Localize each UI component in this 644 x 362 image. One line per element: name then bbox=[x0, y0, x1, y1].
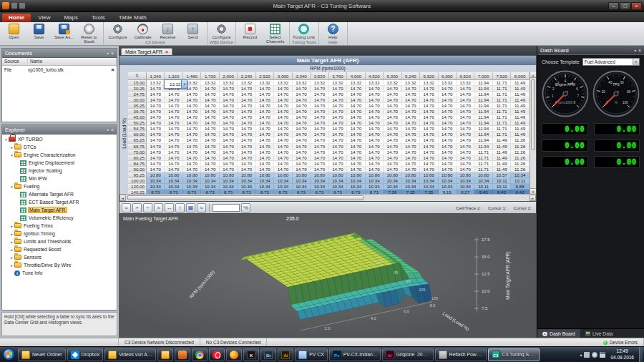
table-cell[interactable]: 14.70 bbox=[311, 132, 328, 137]
table-cell[interactable]: 14.70 bbox=[201, 150, 219, 155]
tree-item-limits-and-thresholds[interactable]: ▸Limits and Thresholds bbox=[2, 238, 117, 245]
dash-tab-live-data[interactable]: Live Data bbox=[580, 329, 618, 338]
table-cell[interactable]: 14.70 bbox=[165, 137, 182, 143]
row-header-95.25[interactable]: 95.25 bbox=[128, 172, 147, 178]
table-cell[interactable]: 14.70 bbox=[293, 109, 311, 114]
record-button[interactable]: Record bbox=[238, 23, 262, 39]
table-cell[interactable]: 14.70 bbox=[457, 132, 474, 137]
tree-item-sensors[interactable]: ▸Sensors bbox=[2, 253, 117, 261]
row-header-15[interactable]: 15.00 bbox=[128, 80, 147, 86]
table-cell[interactable]: 14.70 bbox=[201, 114, 219, 120]
table-cell[interactable]: 14.70 bbox=[147, 167, 165, 172]
action-center-icon[interactable] bbox=[584, 352, 590, 358]
table-cell[interactable]: 10.34 bbox=[457, 184, 474, 190]
table-cell[interactable]: 14.70 bbox=[220, 150, 238, 155]
row-header-60[interactable]: 60.00 bbox=[128, 132, 147, 137]
table-cell[interactable]: 11.94 bbox=[474, 114, 492, 120]
table-cell[interactable]: 14.70 bbox=[293, 167, 311, 172]
expander-icon[interactable]: ▾ bbox=[4, 137, 9, 142]
table-cell[interactable]: 14.70 bbox=[147, 144, 165, 150]
table-cell[interactable]: 10.34 bbox=[474, 178, 492, 184]
table-cell[interactable]: 14.70 bbox=[402, 132, 420, 137]
table-cell[interactable]: 14.70 bbox=[201, 126, 219, 132]
tree-item-xp-turbo[interactable]: ▾XP TURBO bbox=[2, 135, 117, 143]
table-cell[interactable]: 14.70 bbox=[293, 92, 311, 97]
table-cell[interactable]: 14.70 bbox=[256, 150, 274, 155]
table-cell[interactable]: 14.70 bbox=[238, 109, 255, 114]
table-cell[interactable]: 11.49 bbox=[511, 103, 529, 109]
table-cell[interactable]: 14.70 bbox=[293, 137, 311, 143]
column-header-1720[interactable]: 1,720 bbox=[201, 72, 219, 80]
table-cell[interactable]: 11.94 bbox=[474, 132, 492, 137]
expander-icon[interactable]: ▸ bbox=[9, 240, 14, 244]
table-cell[interactable]: 11.26 bbox=[511, 155, 529, 161]
column-header-6000[interactable]: 6,000 bbox=[439, 72, 457, 80]
network-icon[interactable] bbox=[600, 352, 605, 358]
table-cell[interactable]: 14.70 bbox=[384, 92, 401, 97]
table-cell[interactable]: 14.70 bbox=[201, 86, 219, 92]
column-header-2000[interactable]: 2,000 bbox=[220, 72, 238, 80]
table-cell[interactable]: 14.70 bbox=[420, 120, 438, 126]
table-cell[interactable]: 14.70 bbox=[347, 167, 365, 172]
table-cell[interactable]: 10.34 bbox=[420, 184, 438, 190]
table-cell[interactable]: 14.70 bbox=[329, 86, 347, 92]
table-cell[interactable]: 14.70 bbox=[274, 92, 292, 97]
table-cell[interactable]: 10.11 bbox=[474, 184, 492, 190]
table-cell[interactable]: 13.32 bbox=[256, 80, 274, 86]
table-cell[interactable]: 14.70 bbox=[329, 92, 347, 97]
table-cell[interactable]: 10.34 bbox=[439, 184, 457, 190]
taskbar-item-videos-von-aid[interactable]: Videos von Aid... bbox=[104, 348, 156, 361]
table-cell[interactable]: 11.71 bbox=[493, 109, 511, 114]
table-cell[interactable]: 14.70 bbox=[347, 103, 365, 109]
tree-item-volumetric-efficiency[interactable]: Volumetric Efficiency bbox=[2, 214, 117, 222]
table-cell[interactable]: 11.71 bbox=[493, 80, 511, 86]
table-cell[interactable]: 14.70 bbox=[420, 155, 438, 161]
table-cell[interactable]: 11.71 bbox=[493, 97, 511, 103]
table-cell[interactable]: 14.70 bbox=[293, 126, 311, 132]
table-cell[interactable]: 14.70 bbox=[402, 137, 420, 143]
table-cell[interactable]: 14.70 bbox=[220, 97, 238, 103]
table-cell[interactable]: 11.26 bbox=[511, 161, 529, 167]
table-cell[interactable]: 10.80 bbox=[165, 172, 182, 178]
table-cell[interactable]: 13.32 bbox=[366, 80, 384, 86]
table-cell[interactable]: 14.70 bbox=[366, 86, 384, 92]
table-cell[interactable]: 14.70 bbox=[329, 155, 347, 161]
dash-tab-dash-board[interactable]: Dash Board bbox=[537, 329, 580, 338]
table-cell[interactable]: 14.70 bbox=[439, 114, 457, 120]
title-bar[interactable]: Main Target AFR - C3 Tuning Software – □… bbox=[0, 0, 644, 12]
save-as-button[interactable]: Save As... bbox=[52, 23, 76, 39]
table-cell[interactable]: 14.70 bbox=[311, 150, 328, 155]
table-cell[interactable]: 14.70 bbox=[293, 144, 311, 150]
table-cell[interactable]: 13.32 bbox=[402, 80, 420, 86]
table-cell[interactable]: 11.49 bbox=[493, 167, 511, 172]
expander-icon[interactable]: ▸ bbox=[9, 255, 14, 260]
ribbon-tab-table-math[interactable]: Table Math bbox=[112, 14, 153, 22]
table-cell[interactable]: 14.70 bbox=[293, 161, 311, 167]
column-header-1240[interactable]: 1,240 bbox=[147, 72, 165, 80]
table-cell[interactable]: 11.49 bbox=[511, 109, 529, 114]
table-cell[interactable]: 10.80 bbox=[474, 172, 492, 178]
column-source[interactable]: Source bbox=[2, 58, 28, 65]
table-cell[interactable]: 10.34 bbox=[183, 184, 201, 190]
table-cell[interactable]: 14.70 bbox=[165, 103, 182, 109]
column-header-6520[interactable]: 6,520 bbox=[457, 72, 474, 80]
table-cell[interactable]: 14.70 bbox=[366, 132, 384, 137]
table-cell[interactable]: 11.49 bbox=[511, 97, 529, 103]
tree-item-dtcs[interactable]: ▸DTCs bbox=[2, 143, 117, 151]
row-header-39.75[interactable]: 39.75 bbox=[128, 109, 147, 114]
table-cell[interactable]: 13.32 bbox=[147, 80, 165, 86]
column-header-3760[interactable]: 3,760 bbox=[329, 72, 347, 80]
table-cell[interactable]: 14.70 bbox=[420, 97, 438, 103]
table-cell[interactable]: 14.70 bbox=[238, 120, 255, 126]
table-cell[interactable]: 14.70 bbox=[457, 109, 474, 114]
table-cell[interactable]: 14.70 bbox=[293, 97, 311, 103]
table-cell[interactable]: 11.94 bbox=[474, 137, 492, 143]
column-header-5520[interactable]: 5,520 bbox=[420, 72, 438, 80]
table-cell[interactable]: 14.70 bbox=[183, 97, 201, 103]
tab-close-icon[interactable]: × bbox=[165, 49, 168, 54]
table-cell[interactable]: 14.70 bbox=[274, 167, 292, 172]
table-cell[interactable]: 10.34 bbox=[274, 178, 292, 184]
table-cell[interactable]: 14.70 bbox=[366, 144, 384, 150]
table-cell[interactable]: 10.80 bbox=[201, 172, 219, 178]
interpolate-2d-button[interactable]: ▦ bbox=[186, 203, 195, 212]
